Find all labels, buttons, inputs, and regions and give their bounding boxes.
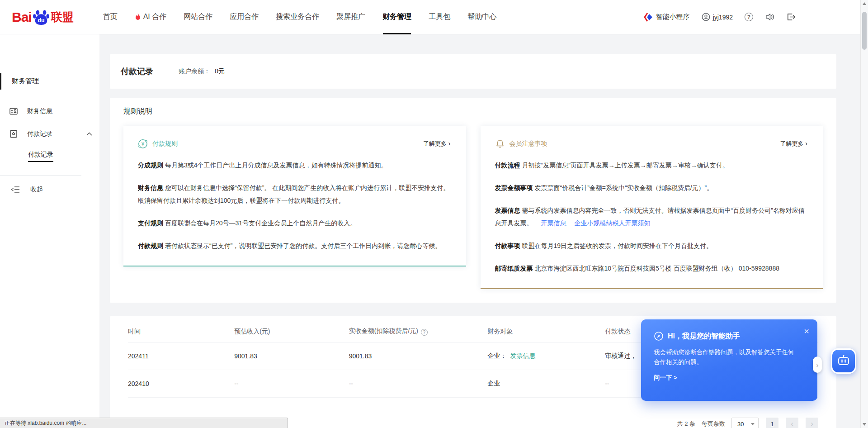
nav-item-toolkit[interactable]: 工具包 bbox=[420, 0, 459, 34]
help-icon[interactable]: ? bbox=[745, 13, 753, 21]
assistant-popup: × Hi，我是您的智能助手 我会帮助您诊断合作链路问题，以及解答您关于任何合作相… bbox=[641, 319, 817, 401]
nav-right-tools: 智能小程序 jyj1992 ? bbox=[644, 12, 796, 22]
cell-finance-object: 企业：发票信息 bbox=[488, 342, 605, 370]
card-title: 付款规则 bbox=[152, 140, 178, 148]
account-balance: 账户余额：0元 bbox=[179, 67, 225, 76]
ask-now-link[interactable]: 问一下 > bbox=[654, 374, 677, 382]
collapse-icon bbox=[11, 186, 20, 193]
sidebar-item-payment-records[interactable]: 付款记录 bbox=[0, 123, 99, 145]
total-count: 共 2 条 bbox=[677, 420, 695, 428]
robot-chat-icon bbox=[837, 354, 850, 368]
cell-actual: -- bbox=[349, 370, 488, 398]
assistant-fab[interactable] bbox=[831, 348, 856, 374]
assistant-message: 我会帮助您诊断合作链路问题，以及解答您关于任何合作相关的问题。 bbox=[654, 347, 795, 367]
user-icon bbox=[702, 13, 710, 21]
status-text: 正在等待 xlab.baidu.com 的响应... bbox=[5, 419, 86, 427]
logout-icon[interactable] bbox=[786, 13, 796, 21]
user-account[interactable]: jyj1992 bbox=[702, 13, 733, 21]
invoice-info-link[interactable]: 开票信息 bbox=[541, 219, 566, 227]
page-scrollbar[interactable] bbox=[860, 0, 868, 428]
per-page-select[interactable]: 30 bbox=[731, 418, 759, 428]
username: jyj1992 bbox=[713, 14, 733, 21]
col-estimated-income: 预估收入(元) bbox=[234, 320, 349, 342]
rule-item: 邮寄纸质发票北京市海淀区西北旺东路10号院百度科技园5号楼 百度联盟财务组（收）… bbox=[495, 262, 808, 275]
svg-text:du: du bbox=[38, 17, 44, 24]
flame-icon bbox=[135, 13, 141, 21]
page-header-panel: 付款记录 账户余额：0元 bbox=[110, 54, 836, 89]
nav-item-help-center[interactable]: 帮助中心 bbox=[459, 0, 505, 34]
rule-item: 分成规则每月第3或4个工作日产出上月分成信息及发票信息，如有特殊情况将提前通知。 bbox=[138, 159, 451, 171]
learn-more-link[interactable]: 了解更多 bbox=[780, 140, 807, 148]
scroll-up-arrow-icon[interactable] bbox=[863, 2, 866, 5]
main-menu: 首页 AI 合作 网站合作 应用合作 搜索业务合作 聚屏推广 财务管理 工具包 … bbox=[94, 0, 505, 34]
nav-item-ai-cooperation[interactable]: AI 合作 bbox=[126, 0, 175, 34]
finance-info-icon bbox=[9, 107, 18, 116]
rule-item: 财务信息您可以在财务信息中选择“保留付款”。 在此期间您产生的收入将在账户内进行… bbox=[138, 181, 451, 207]
nav-item-website-cooperation[interactable]: 网站合作 bbox=[175, 0, 221, 34]
sidebar-item-finance-info[interactable]: 财务信息 bbox=[0, 100, 99, 123]
chevron-down-icon bbox=[751, 423, 755, 425]
baidu-union-logo[interactable]: Bai du 联盟 bbox=[12, 9, 74, 25]
paw-icon: du bbox=[33, 9, 50, 25]
rule-item: 付款流程月初按“发票信息”页面开具发票→上传发票→邮寄发票→审核→确认支付。 bbox=[495, 159, 808, 171]
rule-item: 付款规则若付款状态显示“已支付”，说明联盟已安排了您的付款。支付后三个工作日内到… bbox=[138, 239, 451, 252]
logo-text-bai: Bai bbox=[12, 10, 32, 25]
coin-icon: ¥ bbox=[138, 139, 148, 149]
mini-program-link[interactable]: 智能小程序 bbox=[644, 12, 690, 22]
prev-page-button[interactable]: ‹ bbox=[786, 418, 798, 428]
close-icon[interactable]: × bbox=[804, 327, 809, 336]
page-number-button[interactable]: 1 bbox=[766, 418, 778, 428]
sound-icon[interactable] bbox=[765, 13, 774, 21]
rule-item: 支付规则百度联盟会在每月20号—31号支付企业会员上个自然月产生的收入。 bbox=[138, 217, 451, 229]
sidebar-collapse-button[interactable]: 收起 bbox=[0, 176, 99, 194]
scrollbar-thumb[interactable] bbox=[862, 12, 867, 50]
cell-estimated: 9001.83 bbox=[234, 342, 349, 370]
bell-icon bbox=[495, 139, 505, 149]
sidebar: 财务管理 财务信息 付款记录 付款记录 bbox=[0, 34, 99, 428]
logo-text-union: 联盟 bbox=[51, 10, 74, 24]
card-title: 会员注意事项 bbox=[509, 140, 547, 148]
cell-time: 202411 bbox=[128, 342, 234, 370]
cell-estimated: -- bbox=[234, 370, 349, 398]
payment-rules-card: ¥ 付款规则 了解更多 分成规则每月第3或4个工作日产出上月分成信息及发票信息，… bbox=[123, 126, 466, 266]
balance-value: 0元 bbox=[215, 67, 225, 75]
member-notes-card: 会员注意事项 了解更多 付款流程月初按“发票信息”页面开具发票→上传发票→邮寄发… bbox=[481, 126, 823, 289]
popup-collapse-tab[interactable]: › bbox=[813, 357, 822, 373]
nav-item-search-cooperation[interactable]: 搜索业务合作 bbox=[267, 0, 328, 34]
rules-heading: 规则说明 bbox=[123, 107, 823, 116]
assistant-title: Hi，我是您的智能助手 bbox=[668, 332, 740, 341]
nav-item-finance-management[interactable]: 财务管理 bbox=[374, 0, 420, 34]
col-finance-object: 财务对象 bbox=[488, 320, 605, 342]
col-actual-amount: 实收金额(扣除税费后/元)? bbox=[349, 320, 488, 342]
sidebar-subitem-payment-records[interactable]: 付款记录 bbox=[0, 145, 99, 163]
cell-actual: 9001.83 bbox=[349, 342, 488, 370]
svg-text:¥: ¥ bbox=[141, 141, 145, 147]
mini-program-diamond-icon bbox=[644, 12, 653, 22]
rule-item: 发票信息需与系统内发票信息内容完全一致，否则无法支付。请根据发票信息页面中“百度… bbox=[495, 204, 808, 229]
small-taxpayer-notice-link[interactable]: 企业小规模纳税人开票须知 bbox=[575, 219, 651, 227]
rule-item: 付款事项联盟在每月19日之后签收的发票，付款时间安排在下个月首批支付。 bbox=[495, 239, 808, 252]
page-title: 付款记录 bbox=[121, 66, 153, 77]
rule-item: 发票金额事项发票票面“价税合计”金额=系统中“实收金额（扣除税费后/元）”。 bbox=[495, 181, 808, 194]
next-page-button[interactable]: › bbox=[806, 418, 818, 428]
payment-records-icon bbox=[9, 129, 18, 138]
cell-time: 202410 bbox=[128, 370, 234, 398]
nav-item-home[interactable]: 首页 bbox=[94, 0, 126, 34]
rules-panel: 规则说明 ¥ 付款规则 了解更多 分成规则每月第3或4个工作日产出上月分成信息及… bbox=[110, 98, 836, 303]
browser-status-bar: 正在等待 xlab.baidu.com 的响应... bbox=[0, 418, 288, 428]
sidebar-section-title: 财务管理 bbox=[0, 73, 99, 89]
invoice-info-table-link[interactable]: 发票信息 bbox=[510, 352, 536, 359]
cell-finance-object: 企业 bbox=[488, 370, 605, 398]
per-page-label: 每页条数 bbox=[702, 420, 725, 428]
chevron-up-icon[interactable] bbox=[86, 132, 92, 136]
page: Bai du 联盟 首页 AI 合作 网站合作 bbox=[0, 0, 868, 428]
col-time: 时间 bbox=[128, 320, 234, 342]
column-help-icon[interactable]: ? bbox=[421, 329, 428, 336]
nav-item-screen-promotion[interactable]: 聚屏推广 bbox=[328, 0, 374, 34]
scroll-down-arrow-icon[interactable] bbox=[863, 423, 866, 426]
nav-item-app-cooperation[interactable]: 应用合作 bbox=[221, 0, 267, 34]
learn-more-link[interactable]: 了解更多 bbox=[423, 140, 451, 148]
assistant-compass-icon bbox=[654, 331, 664, 341]
top-navigation: Bai du 联盟 首页 AI 合作 网站合作 bbox=[0, 0, 868, 34]
